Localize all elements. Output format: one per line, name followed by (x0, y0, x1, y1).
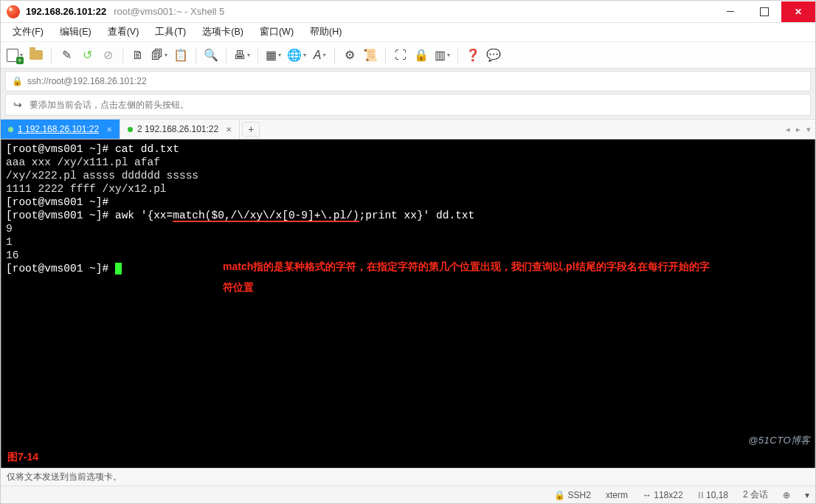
tab-close-icon[interactable]: ✕ (226, 125, 232, 134)
toolbar-separator (385, 47, 386, 63)
session-tab-2[interactable]: 2 192.168.26.101:22 ✕ (120, 120, 240, 139)
disconnect-button[interactable]: ⊘ (99, 46, 117, 65)
add-tab-button[interactable]: + (242, 122, 260, 137)
annotation-text: match指的是某种格式的字符，在指定字符的第几个位置出现，我们查询以.pl结尾… (223, 256, 710, 297)
status-size: ↔ 118x22 (643, 490, 683, 500)
prompt: [root@vms001 ~]# (6, 210, 115, 221)
session-tabs: 1 192.168.26.101:22 ✕ 2 192.168.26.101:2… (1, 119, 815, 139)
transparency-button[interactable]: ▥ (433, 46, 452, 65)
hint-bar: ↪ 要添加当前会话，点击左侧的箭头按钮。 (5, 94, 811, 116)
tabs-scroll-right-icon[interactable]: ▸ (796, 125, 801, 134)
open-button[interactable] (27, 46, 45, 65)
settings-button[interactable]: ⚙ (341, 46, 359, 65)
window-close-button[interactable] (781, 1, 815, 22)
output-line: 1 (6, 235, 810, 249)
status-bar-info: 🔒 SSH2 xterm ↔ 118x22 ⁞⁞ 10,18 2 会话 ⊕ ▾ (1, 486, 815, 503)
command-text: cat dd.txt (115, 143, 179, 155)
output-line: aaa xxx /xy/x111.pl afaf (6, 156, 810, 169)
tab-close-icon[interactable]: ✕ (106, 125, 112, 134)
menu-tools[interactable]: 工具(T) (148, 24, 193, 41)
window-title-active: 192.168.26.101:22 (26, 6, 106, 17)
tab-label: 2 192.168.26.101:22 (137, 124, 218, 134)
toolbar-separator (226, 47, 227, 63)
status-indicator-icon (128, 127, 133, 132)
status-bar-send: 仅将文本发送到当前选项卡。 (1, 468, 815, 486)
toolbar-separator (196, 47, 196, 63)
hint-text: 要添加当前会话，点击左侧的箭头按钮。 (30, 99, 189, 111)
script-button[interactable]: 📜 (362, 46, 379, 65)
toolbar-separator (51, 47, 52, 63)
lock-icon: 🔒 (554, 490, 565, 500)
prompt: [root@vms001 ~]# (6, 196, 108, 208)
status-termtype: xterm (606, 490, 628, 500)
window-minimize-button[interactable] (713, 1, 747, 22)
menu-help[interactable]: 帮助(H) (302, 24, 349, 41)
toolbar-separator (122, 47, 123, 63)
status-caps-icon[interactable]: ⊕ (783, 490, 790, 500)
pos-icon: ⁞⁞ (698, 490, 704, 500)
cursor-icon (115, 263, 122, 275)
reconnect-button[interactable]: ↺ (78, 46, 96, 65)
window-title-sub: root@vms001:~ - Xshell 5 (114, 6, 224, 17)
chat-button[interactable]: 💬 (485, 46, 502, 65)
output-line: 1111 2222 ffff /xy/x12.pl (6, 182, 810, 196)
edit-button[interactable]: ✎ (58, 46, 75, 65)
session-tab-1[interactable]: 1 192.168.26.101:22 ✕ (1, 120, 120, 139)
encoding-button[interactable]: 🌐 (286, 46, 308, 65)
menu-bar: 文件(F) 编辑(E) 查看(V) 工具(T) 选项卡(B) 窗口(W) 帮助(… (1, 23, 815, 42)
toolbar-separator (257, 47, 258, 63)
figure-label: 图7-14 (7, 450, 38, 463)
command-highlight: match($0,/\/xy\/x[0-9]+\.pl/) (173, 210, 359, 221)
app-logo-icon (7, 5, 20, 18)
watermark-text: @51CTO博客 (748, 434, 811, 447)
prompt: [root@vms001 ~]# (6, 143, 115, 155)
window-maximize-button[interactable] (747, 1, 781, 22)
status-send-text: 仅将文本发送到当前选项卡。 (7, 471, 122, 483)
help-toolbar-button[interactable]: ❓ (464, 46, 482, 65)
status-cursor-pos: ⁞⁞ 10,18 (698, 490, 728, 500)
lock-icon: 🔒 (12, 76, 23, 86)
toolbar-separator (457, 47, 458, 63)
toolbar-separator (334, 47, 335, 63)
title-bar: 192.168.26.101:22 root@vms001:~ - Xshell… (1, 1, 815, 23)
menu-window[interactable]: 窗口(W) (252, 24, 301, 41)
status-protocol: 🔒 SSH2 (554, 490, 591, 500)
terminal-output[interactable]: [root@vms001 ~]# cat dd.txt aaa xxx /xy/… (1, 139, 815, 468)
command-text: ;print xx}' dd.txt (359, 210, 475, 221)
output-line: /xy/x222.pl assss dddddd sssss (6, 169, 810, 182)
tabs-scroll-left-icon[interactable]: ◂ (786, 125, 790, 134)
status-indicator-icon (8, 127, 13, 132)
menu-file[interactable]: 文件(F) (5, 24, 51, 41)
tabs-menu-icon[interactable]: ▾ (806, 125, 811, 134)
properties-button[interactable]: 🗎 (129, 46, 147, 65)
copy-button[interactable]: 🗐 (150, 46, 169, 65)
font-button[interactable]: A (311, 46, 328, 65)
tab-label: 1 192.168.26.101:22 (18, 124, 99, 134)
new-session-button[interactable]: + (5, 46, 24, 65)
search-button[interactable]: 🔍 (202, 46, 220, 65)
address-url: ssh://root@192.168.26.101:22 (27, 76, 147, 86)
tabs-navigation: ◂ ▸ ▾ (781, 120, 815, 139)
color-scheme-button[interactable]: ▦ (264, 46, 283, 65)
command-text: awk '{xx= (115, 210, 173, 221)
menu-view[interactable]: 查看(V) (100, 24, 147, 41)
lock-button[interactable]: 🔒 (412, 46, 430, 65)
paste-button[interactable]: 📋 (172, 46, 190, 65)
menu-tabs[interactable]: 选项卡(B) (195, 24, 251, 41)
status-num-icon[interactable]: ▾ (805, 490, 809, 500)
print-button[interactable]: 🖶 (232, 46, 252, 65)
fullscreen-button[interactable]: ⛶ (392, 46, 409, 65)
hint-arrow-icon[interactable]: ↪ (12, 99, 24, 111)
status-session-count: 2 会话 (743, 489, 768, 501)
size-icon: ↔ (643, 490, 651, 500)
address-bar[interactable]: 🔒 ssh://root@192.168.26.101:22 (5, 71, 811, 92)
prompt: [root@vms001 ~]# (6, 263, 115, 275)
output-line: 9 (6, 222, 810, 235)
menu-edit[interactable]: 编辑(E) (52, 24, 99, 41)
toolbar: + ✎ ↺ ⊘ 🗎 🗐 📋 🔍 🖶 ▦ 🌐 A ⚙ 📜 ⛶ 🔒 ▥ ❓ 💬 (1, 42, 815, 69)
